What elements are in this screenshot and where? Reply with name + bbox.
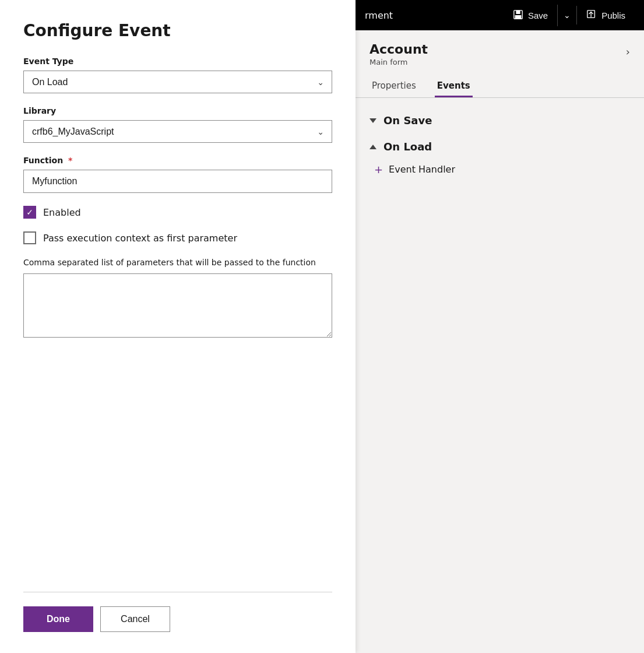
done-button[interactable]: Done [23, 606, 93, 632]
account-header: Account Main form › [356, 30, 644, 66]
account-chevron-right-icon[interactable]: › [626, 45, 630, 58]
save-dropdown-chevron-icon: ⌄ [564, 10, 571, 20]
save-dropdown-button[interactable]: ⌄ [558, 6, 577, 24]
library-group: Library crfb6_MyJavaScript ⌄ [23, 106, 332, 143]
enabled-label: Enabled [43, 207, 81, 218]
parameters-textarea[interactable] [23, 273, 332, 338]
configure-event-dialog: Configure Event Event Type On Load On Sa… [0, 0, 356, 653]
event-type-select[interactable]: On Load On Save On Change [23, 71, 332, 93]
on-load-header[interactable]: On Load [369, 136, 630, 157]
library-label: Library [23, 106, 332, 115]
on-load-title: On Load [383, 141, 432, 153]
account-subtitle: Main form [369, 58, 428, 66]
on-load-chevron-icon [369, 145, 376, 149]
add-event-handler-icon: + [374, 163, 383, 175]
pass-context-checkbox[interactable] [23, 231, 36, 244]
events-content: On Save On Load + Event Handler [356, 98, 644, 198]
event-type-group: Event Type On Load On Save On Change ⌄ [23, 57, 332, 93]
tab-properties[interactable]: Properties [369, 76, 418, 97]
dialog-title: Configure Event [23, 21, 332, 40]
publish-button[interactable]: Publis [577, 5, 635, 26]
on-save-title: On Save [383, 114, 432, 127]
save-button[interactable]: Save [504, 5, 558, 26]
tab-events[interactable]: Events [435, 76, 473, 97]
parameters-group: Comma separated list of parameters that … [23, 257, 332, 340]
enabled-checkmark: ✓ [26, 208, 33, 216]
on-save-section: On Save [369, 110, 630, 131]
pass-context-group: Pass execution context as first paramete… [23, 231, 332, 244]
dialog-footer: Done Cancel [23, 592, 332, 632]
toolbar: rment Save ⌄ [356, 0, 644, 30]
tabs-bar: Properties Events [356, 66, 644, 97]
on-save-header[interactable]: On Save [369, 110, 630, 131]
save-icon [513, 9, 523, 22]
save-label: Save [528, 10, 548, 20]
function-input[interactable] [23, 170, 332, 193]
enabled-checkbox[interactable]: ✓ [23, 206, 36, 219]
publish-icon [586, 9, 597, 22]
event-handler-row[interactable]: + Event Handler [369, 157, 630, 181]
parameters-label: Comma separated list of parameters that … [23, 257, 332, 269]
event-handler-label: Event Handler [389, 164, 455, 175]
account-info: Account Main form [369, 42, 428, 66]
function-group: Function * [23, 156, 332, 193]
svg-rect-2 [515, 15, 522, 18]
on-load-section: On Load + Event Handler [369, 136, 630, 181]
account-title: Account [369, 42, 428, 57]
library-select-wrapper: crfb6_MyJavaScript ⌄ [23, 120, 332, 143]
event-type-label: Event Type [23, 57, 332, 66]
toolbar-actions: Save ⌄ Publis [504, 5, 635, 26]
enabled-group: ✓ Enabled [23, 206, 332, 219]
function-label: Function * [23, 156, 332, 165]
event-type-select-wrapper: On Load On Save On Change ⌄ [23, 71, 332, 93]
library-select[interactable]: crfb6_MyJavaScript [23, 120, 332, 143]
right-panel: rment Save ⌄ [356, 0, 644, 653]
on-save-chevron-icon [369, 118, 376, 123]
function-required-star: * [68, 156, 72, 165]
svg-rect-1 [516, 10, 520, 13]
toolbar-title: rment [365, 10, 504, 21]
pass-context-label: Pass execution context as first paramete… [43, 233, 237, 244]
publish-label: Publis [601, 10, 625, 20]
cancel-button[interactable]: Cancel [100, 606, 170, 632]
